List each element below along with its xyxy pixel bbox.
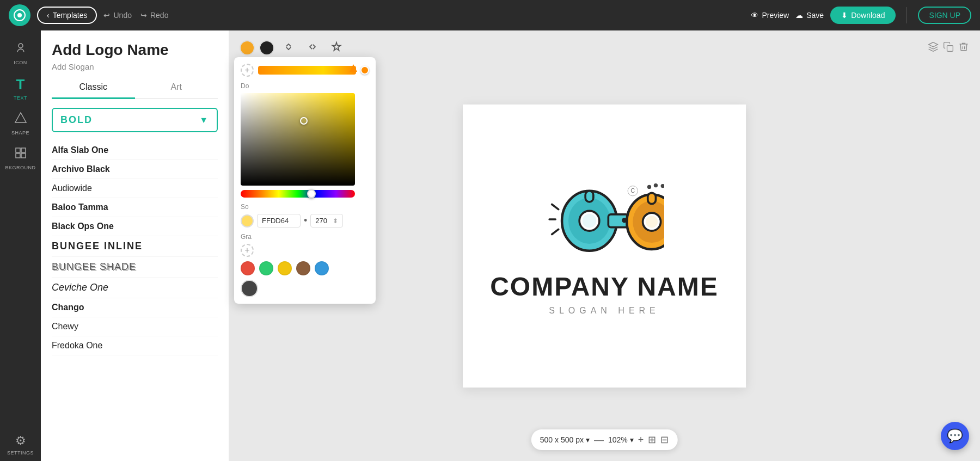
left-sidebar: ICON T TEXT SHAPE BKGROUND ⚙ SETTINGS: [0, 30, 41, 461]
zoom-out-button[interactable]: —: [594, 434, 604, 446]
font-fredoka-one[interactable]: Fredoka One: [52, 336, 218, 355]
flip-horizontal-button[interactable]: [303, 39, 322, 57]
dark-swatch[interactable]: [241, 280, 258, 297]
style-dropdown[interactable]: BOLD ▼: [52, 108, 218, 132]
sidebar-item-icon[interactable]: ICON: [0, 36, 41, 71]
opacity-input[interactable]: 270 ⬍: [310, 214, 343, 228]
svg-point-1: [17, 13, 22, 17]
save-icon: ☁: [795, 11, 803, 20]
topbar: ‹ Templates ↩ Undo ↪ Redo 👁 Preview ☁ Sa…: [0, 0, 980, 30]
sidebar-item-bkground[interactable]: BKGROUND: [0, 141, 41, 176]
zoom-in-button[interactable]: +: [638, 434, 644, 446]
svg-rect-8: [947, 45, 953, 51]
font-audiowide[interactable]: Audiowide: [52, 179, 218, 198]
svg-rect-28: [648, 193, 656, 204]
svg-point-27: [646, 216, 658, 228]
zoom-dropdown-icon: ▾: [630, 435, 634, 444]
icon-icon: [14, 41, 27, 58]
grid-button[interactable]: ⊞: [648, 434, 656, 446]
tab-classic[interactable]: Classic: [52, 77, 135, 99]
font-chewy[interactable]: Chewy: [52, 317, 218, 336]
svg-point-2: [19, 44, 23, 48]
svg-line-11: [552, 229, 559, 234]
download-button[interactable]: ⬇ Download: [830, 7, 896, 24]
swatch-brown[interactable]: [296, 261, 310, 275]
swatch-yellow[interactable]: [278, 261, 292, 275]
swatch-blue[interactable]: [315, 261, 329, 275]
font-bungee-inline[interactable]: BUNGEE INLINE: [52, 236, 218, 257]
svg-marker-3: [15, 113, 26, 122]
svg-rect-16: [585, 191, 593, 202]
redo-icon: ↪: [140, 11, 147, 20]
zoom-value[interactable]: 102% ▾: [608, 435, 634, 444]
svg-point-22: [654, 183, 658, 187]
copy-button[interactable]: [943, 41, 954, 55]
color-swatch-black[interactable]: [259, 40, 274, 56]
panel-title: Add Logo Name: [52, 41, 218, 59]
signup-button[interactable]: SIGN UP: [918, 7, 971, 24]
panel-header: Add Logo Name Add Slogan: [41, 30, 229, 77]
hue-handle[interactable]: [307, 189, 316, 198]
templates-button[interactable]: ‹ Templates: [37, 7, 97, 24]
hex-input[interactable]: [257, 214, 301, 228]
preview-icon: 👁: [751, 11, 758, 20]
svg-rect-4: [16, 148, 20, 152]
font-black-ops-one[interactable]: Black Ops One: [52, 217, 218, 236]
chat-button[interactable]: 💬: [941, 422, 969, 450]
toolbar-right: [928, 41, 969, 55]
color-square-handle[interactable]: [300, 117, 308, 125]
size-dropdown-icon: ▾: [586, 435, 590, 444]
preview-button[interactable]: 👁 Preview: [751, 11, 789, 20]
undo-button[interactable]: ↩ Undo: [103, 11, 131, 20]
templates-label: Templates: [53, 11, 88, 20]
swatch-red[interactable]: [241, 261, 255, 275]
canvas-toolbar: [234, 36, 975, 60]
download-icon: ⬇: [841, 11, 848, 20]
undo-redo-group: ↩ Undo ↪ Redo: [103, 11, 168, 20]
sidebar-item-text[interactable]: T TEXT: [0, 71, 41, 106]
hue-bar[interactable]: [241, 190, 355, 198]
panel-tabs: Classic Art: [52, 77, 218, 99]
redo-button[interactable]: ↪ Redo: [140, 11, 168, 20]
font-list: Alfa Slab One Archivo Black Audiowide Ba…: [41, 141, 229, 355]
topbar-divider: [906, 7, 907, 23]
align-button[interactable]: ⊟: [660, 434, 669, 446]
add-color-button[interactable]: +: [241, 244, 254, 257]
slogan[interactable]: SLOGAN HERE: [549, 306, 660, 316]
sidebar-item-settings[interactable]: ⚙ SETTINGS: [0, 428, 41, 461]
sidebar-item-shape[interactable]: SHAPE: [0, 106, 41, 141]
font-alfa-slab-one[interactable]: Alfa Slab One: [52, 141, 218, 160]
font-chango[interactable]: Chango: [52, 298, 218, 317]
picker-preview-swatch[interactable]: [241, 214, 254, 228]
font-baloo-tamma[interactable]: Baloo Tamma: [52, 198, 218, 217]
size-selector-button[interactable]: 500 x 500 px ▾: [540, 435, 590, 444]
font-ceviche-one[interactable]: Ceviche One: [52, 278, 218, 298]
tab-art[interactable]: Art: [135, 77, 218, 99]
swatch-green[interactable]: [259, 261, 273, 275]
dropdown-arrow-icon: ▼: [199, 115, 209, 125]
shape-icon: [14, 112, 27, 128]
text-icon: T: [16, 76, 25, 93]
panel-subtitle: Add Slogan: [52, 62, 218, 71]
delete-button[interactable]: [958, 41, 969, 55]
section-solid: So: [241, 203, 369, 211]
font-archivo-black[interactable]: Archivo Black: [52, 160, 218, 179]
svg-point-23: [661, 184, 664, 188]
flip-vertical-button[interactable]: [279, 39, 298, 57]
section-gradient: Gra: [241, 233, 369, 241]
color-square[interactable]: [241, 93, 355, 186]
gradient-stop-bar[interactable]: [258, 66, 356, 75]
undo-icon: ↩: [103, 11, 110, 20]
opacity-spinner-icon: ⬍: [333, 217, 338, 225]
svg-rect-5: [21, 148, 26, 152]
save-button[interactable]: ☁ Save: [795, 11, 824, 20]
picker-inputs: • 270 ⬍: [241, 214, 369, 228]
add-stop-button[interactable]: +: [241, 64, 254, 77]
company-name[interactable]: COMPANY NAME: [490, 272, 719, 302]
size-label: 500 x 500 px: [540, 435, 584, 444]
gradient-end-handle[interactable]: [360, 66, 369, 75]
color-swatch-orange[interactable]: [240, 40, 255, 56]
font-bungee-shade[interactable]: BUNGEE SHADE: [52, 257, 218, 278]
layers-button[interactable]: [928, 41, 939, 55]
magic-button[interactable]: [327, 39, 346, 57]
